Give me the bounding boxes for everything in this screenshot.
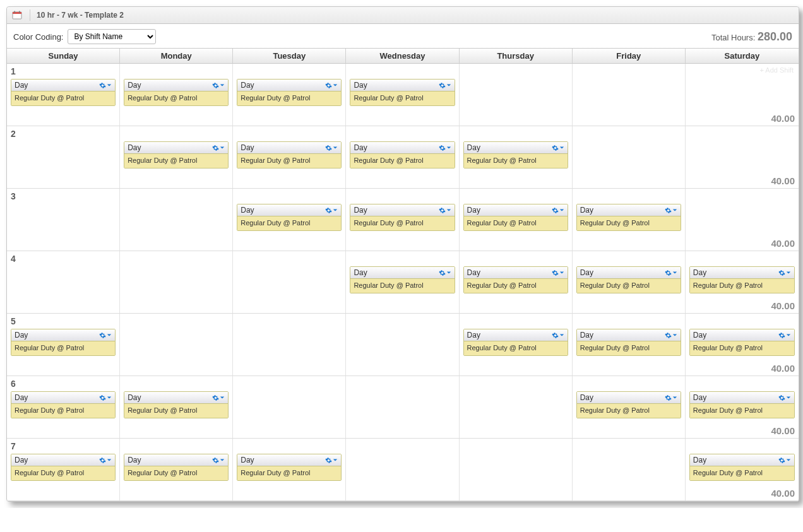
day-cell[interactable]: DayRegular Duty @ Patrol [120, 64, 233, 126]
day-cell[interactable]: 6DayRegular Duty @ Patrol [7, 376, 120, 438]
day-cell[interactable]: DayRegular Duty @ Patrol40.00 [686, 439, 799, 500]
shift-card[interactable]: DayRegular Duty @ Patrol [350, 141, 455, 168]
shift-card[interactable]: DayRegular Duty @ Patrol [350, 266, 455, 293]
shift-card[interactable]: DayRegular Duty @ Patrol [689, 454, 795, 481]
day-cell[interactable]: DayRegular Duty @ Patrol [573, 376, 686, 438]
shift-card[interactable]: DayRegular Duty @ Patrol [124, 391, 229, 418]
shift-menu-button[interactable] [439, 82, 451, 89]
shift-menu-button[interactable] [778, 394, 791, 401]
shift-menu-button[interactable] [99, 394, 112, 401]
shift-card[interactable]: DayRegular Duty @ Patrol [11, 79, 116, 106]
shift-menu-button[interactable] [665, 332, 677, 339]
shift-card[interactable]: DayRegular Duty @ Patrol [689, 329, 795, 356]
day-cell[interactable]: DayRegular Duty @ Patrol [233, 64, 346, 126]
shift-card[interactable]: DayRegular Duty @ Patrol [237, 204, 342, 231]
day-cell[interactable] [346, 314, 459, 375]
day-cell[interactable]: DayRegular Duty @ Patrol [460, 251, 573, 313]
day-cell[interactable]: DayRegular Duty @ Patrol [120, 439, 233, 500]
day-cell[interactable] [346, 439, 459, 500]
day-cell[interactable] [120, 251, 233, 313]
shift-menu-button[interactable] [552, 207, 564, 214]
shift-card[interactable]: DayRegular Duty @ Patrol [124, 141, 229, 168]
shift-card[interactable]: DayRegular Duty @ Patrol [237, 141, 342, 168]
shift-card[interactable]: DayRegular Duty @ Patrol [463, 266, 568, 293]
shift-card[interactable]: DayRegular Duty @ Patrol [11, 329, 116, 356]
day-cell[interactable]: 40.00 [686, 126, 799, 188]
day-cell[interactable]: DayRegular Duty @ Patrol [460, 314, 573, 375]
day-cell[interactable]: DayRegular Duty @ Patrol [346, 251, 459, 313]
shift-menu-button[interactable] [212, 82, 225, 89]
day-cell[interactable] [346, 376, 459, 438]
shift-menu-button[interactable] [99, 457, 112, 464]
shift-menu-button[interactable] [325, 82, 338, 89]
day-cell[interactable]: DayRegular Duty @ Patrol40.00 [686, 376, 799, 438]
shift-menu-button[interactable] [212, 457, 225, 464]
day-cell[interactable]: 3 [7, 189, 120, 251]
shift-card[interactable]: DayRegular Duty @ Patrol [576, 266, 681, 293]
shift-card[interactable]: DayRegular Duty @ Patrol [689, 266, 795, 293]
day-cell[interactable]: DayRegular Duty @ Patrol40.00 [686, 251, 799, 313]
day-cell[interactable]: DayRegular Duty @ Patrol [233, 126, 346, 188]
day-cell[interactable] [460, 64, 573, 126]
shift-card[interactable]: DayRegular Duty @ Patrol [576, 204, 681, 231]
day-cell[interactable]: DayRegular Duty @ Patrol [573, 314, 686, 375]
shift-menu-button[interactable] [212, 394, 225, 401]
day-cell[interactable]: DayRegular Duty @ Patrol [346, 189, 459, 251]
shift-menu-button[interactable] [99, 82, 112, 89]
day-cell[interactable]: DayRegular Duty @ Patrol [120, 126, 233, 188]
shift-card[interactable]: DayRegular Duty @ Patrol [11, 454, 116, 481]
shift-card[interactable]: DayRegular Duty @ Patrol [124, 79, 229, 106]
day-cell[interactable]: 1DayRegular Duty @ Patrol [7, 64, 120, 126]
day-cell[interactable]: DayRegular Duty @ Patrol40.00 [686, 314, 799, 375]
shift-menu-button[interactable] [439, 269, 451, 276]
color-coding-select[interactable]: By Shift Name [68, 29, 156, 44]
day-cell[interactable]: 7DayRegular Duty @ Patrol [7, 439, 120, 500]
shift-menu-button[interactable] [325, 207, 338, 214]
day-cell[interactable]: DayRegular Duty @ Patrol [233, 189, 346, 251]
day-cell[interactable]: 2 [7, 126, 120, 188]
shift-card[interactable]: DayRegular Duty @ Patrol [237, 79, 342, 106]
shift-menu-button[interactable] [665, 394, 677, 401]
day-cell[interactable] [120, 314, 233, 375]
shift-menu-button[interactable] [552, 269, 564, 276]
day-cell[interactable] [233, 251, 346, 313]
shift-menu-button[interactable] [552, 145, 564, 151]
shift-card[interactable]: DayRegular Duty @ Patrol [237, 454, 342, 481]
shift-card[interactable]: DayRegular Duty @ Patrol [350, 204, 455, 231]
shift-card[interactable]: DayRegular Duty @ Patrol [11, 391, 116, 418]
day-cell[interactable] [120, 189, 233, 251]
day-cell[interactable] [233, 376, 346, 438]
shift-menu-button[interactable] [778, 332, 791, 339]
shift-card[interactable]: DayRegular Duty @ Patrol [350, 79, 455, 106]
shift-menu-button[interactable] [439, 145, 451, 151]
shift-card[interactable]: DayRegular Duty @ Patrol [576, 391, 681, 418]
day-cell[interactable]: DayRegular Duty @ Patrol [573, 251, 686, 313]
shift-menu-button[interactable] [665, 269, 677, 276]
day-cell[interactable]: DayRegular Duty @ Patrol [346, 64, 459, 126]
shift-menu-button[interactable] [552, 332, 564, 339]
day-cell[interactable] [460, 439, 573, 500]
shift-menu-button[interactable] [99, 332, 112, 339]
shift-card[interactable]: DayRegular Duty @ Patrol [124, 454, 229, 481]
day-cell[interactable]: 40.00 [686, 189, 799, 251]
shift-menu-button[interactable] [778, 457, 791, 464]
shift-menu-button[interactable] [212, 145, 225, 151]
day-cell[interactable]: DayRegular Duty @ Patrol [346, 126, 459, 188]
day-cell[interactable]: DayRegular Duty @ Patrol [460, 189, 573, 251]
shift-menu-button[interactable] [325, 457, 338, 464]
day-cell[interactable] [233, 314, 346, 375]
day-cell[interactable]: 5DayRegular Duty @ Patrol [7, 314, 120, 375]
shift-card[interactable]: DayRegular Duty @ Patrol [576, 329, 681, 356]
shift-card[interactable]: DayRegular Duty @ Patrol [463, 329, 568, 356]
day-cell[interactable]: DayRegular Duty @ Patrol [233, 439, 346, 500]
shift-card[interactable]: DayRegular Duty @ Patrol [463, 141, 568, 168]
day-cell[interactable]: DayRegular Duty @ Patrol [460, 126, 573, 188]
add-shift-link[interactable]: + Add Shift [759, 66, 794, 74]
day-cell[interactable]: DayRegular Duty @ Patrol [120, 376, 233, 438]
shift-card[interactable]: DayRegular Duty @ Patrol [689, 391, 795, 418]
shift-menu-button[interactable] [439, 207, 451, 214]
day-cell[interactable]: DayRegular Duty @ Patrol [573, 189, 686, 251]
day-cell[interactable]: + Add Shift40.00 [686, 64, 799, 126]
shift-menu-button[interactable] [778, 269, 791, 276]
day-cell[interactable] [573, 64, 686, 126]
